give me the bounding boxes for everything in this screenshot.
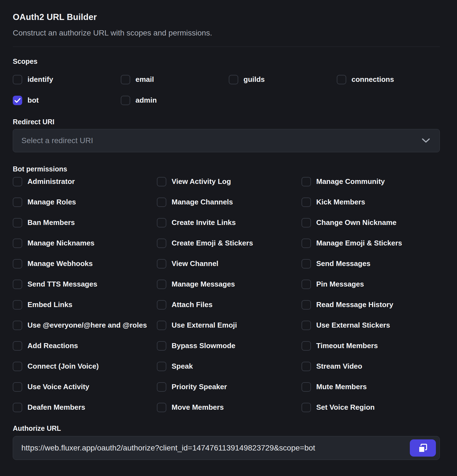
- checkbox[interactable]: [157, 218, 166, 227]
- checkbox-label: Use Voice Activity: [27, 383, 89, 391]
- checkbox-label: Manage Community: [316, 177, 385, 186]
- scope-checkbox-email[interactable]: email: [121, 75, 229, 84]
- redirect-uri-placeholder: Select a redirect URI: [21, 136, 93, 145]
- checkbox[interactable]: [13, 341, 22, 351]
- checkbox[interactable]: [157, 362, 166, 371]
- permission-checkbox-view-activity-log[interactable]: View Activity Log: [157, 177, 302, 186]
- scope-checkbox-bot[interactable]: bot: [13, 95, 121, 105]
- checkbox[interactable]: [13, 280, 22, 289]
- scope-checkbox-admin[interactable]: admin: [121, 95, 229, 105]
- permission-checkbox-bypass-slowmode[interactable]: Bypass Slowmode: [157, 341, 302, 351]
- checkbox[interactable]: [302, 300, 311, 310]
- checkbox[interactable]: [302, 177, 311, 186]
- permission-checkbox-create-emoji-stickers[interactable]: Create Emoji & Stickers: [157, 238, 302, 248]
- permission-checkbox-mute-members[interactable]: Mute Members: [302, 382, 440, 392]
- checkbox[interactable]: [157, 341, 166, 351]
- checkbox[interactable]: [157, 300, 166, 310]
- checkbox-label: Mute Members: [316, 383, 367, 391]
- permission-checkbox-stream-video[interactable]: Stream Video: [302, 361, 440, 371]
- redirect-uri-select[interactable]: Select a redirect URI: [13, 129, 440, 152]
- permission-checkbox-use-everyone-here-and-roles[interactable]: Use @everyone/@here and @roles: [13, 320, 157, 330]
- permission-checkbox-move-members[interactable]: Move Members: [157, 402, 302, 412]
- permission-checkbox-connect-join-voice[interactable]: Connect (Join Voice): [13, 361, 157, 371]
- permission-checkbox-administrator[interactable]: Administrator: [13, 177, 157, 186]
- permission-checkbox-manage-channels[interactable]: Manage Channels: [157, 197, 302, 207]
- checkbox[interactable]: [302, 321, 311, 330]
- permission-checkbox-ban-members[interactable]: Ban Members: [13, 218, 157, 227]
- permission-checkbox-use-external-emoji[interactable]: Use External Emoji: [157, 320, 302, 330]
- checkbox[interactable]: [13, 382, 22, 392]
- permission-checkbox-deafen-members[interactable]: Deafen Members: [13, 402, 157, 412]
- permission-checkbox-send-messages[interactable]: Send Messages: [302, 259, 440, 269]
- permission-checkbox-create-invite-links[interactable]: Create Invite Links: [157, 218, 302, 227]
- checkbox[interactable]: [229, 75, 238, 84]
- permission-checkbox-read-message-history[interactable]: Read Message History: [302, 300, 440, 310]
- checkbox[interactable]: [157, 280, 166, 289]
- checkbox[interactable]: [13, 259, 22, 269]
- permission-checkbox-attach-files[interactable]: Attach Files: [157, 300, 302, 310]
- checkbox[interactable]: [13, 218, 22, 227]
- checkbox[interactable]: [302, 341, 311, 351]
- permission-checkbox-timeout-members[interactable]: Timeout Members: [302, 341, 440, 351]
- checkbox[interactable]: [13, 96, 22, 105]
- authorize-url-field[interactable]: https://web.fluxer.app/oauth2/authorize?…: [13, 436, 440, 460]
- permission-checkbox-manage-messages[interactable]: Manage Messages: [157, 279, 302, 289]
- checkbox[interactable]: [157, 177, 166, 186]
- checkbox[interactable]: [157, 259, 166, 269]
- checkbox[interactable]: [157, 239, 166, 248]
- scope-checkbox-connections[interactable]: connections: [337, 75, 440, 84]
- permission-checkbox-add-reactions[interactable]: Add Reactions: [13, 341, 157, 351]
- checkbox[interactable]: [121, 75, 130, 84]
- checkbox[interactable]: [13, 321, 22, 330]
- checkbox[interactable]: [302, 198, 311, 207]
- checkbox[interactable]: [302, 259, 311, 269]
- permission-checkbox-manage-community[interactable]: Manage Community: [302, 177, 440, 186]
- checkbox[interactable]: [13, 177, 22, 186]
- checkbox-label: Send TTS Messages: [27, 280, 97, 288]
- checkbox-label: Manage Channels: [172, 198, 233, 206]
- permission-checkbox-send-tts-messages[interactable]: Send TTS Messages: [13, 279, 157, 289]
- checkbox[interactable]: [13, 362, 22, 371]
- checkbox[interactable]: [337, 75, 346, 84]
- checkbox[interactable]: [13, 403, 22, 412]
- scope-checkbox-identify[interactable]: identify: [13, 75, 121, 84]
- permission-checkbox-kick-members[interactable]: Kick Members: [302, 197, 440, 207]
- copy-url-button[interactable]: [410, 439, 436, 457]
- checkbox-label: Manage Messages: [172, 280, 235, 288]
- scope-checkbox-guilds[interactable]: guilds: [229, 75, 337, 84]
- checkbox[interactable]: [13, 239, 22, 248]
- checkbox[interactable]: [121, 96, 130, 105]
- checkbox[interactable]: [13, 75, 22, 84]
- permission-checkbox-manage-webhooks[interactable]: Manage Webhooks: [13, 259, 157, 269]
- checkbox[interactable]: [302, 362, 311, 371]
- checkbox-label: identify: [27, 75, 53, 84]
- copy-icon: [417, 442, 428, 454]
- checkbox-label: Manage Nicknames: [27, 239, 94, 247]
- checkbox[interactable]: [302, 280, 311, 289]
- checkbox-label: Read Message History: [316, 300, 393, 309]
- checkbox[interactable]: [302, 239, 311, 248]
- checkbox[interactable]: [13, 300, 22, 310]
- checkbox[interactable]: [157, 403, 166, 412]
- permission-checkbox-use-voice-activity[interactable]: Use Voice Activity: [13, 382, 157, 392]
- checkbox[interactable]: [302, 382, 311, 392]
- checkbox[interactable]: [302, 403, 311, 412]
- checkbox[interactable]: [13, 198, 22, 207]
- permission-checkbox-pin-messages[interactable]: Pin Messages: [302, 279, 440, 289]
- checkbox[interactable]: [157, 382, 166, 392]
- permission-checkbox-priority-speaker[interactable]: Priority Speaker: [157, 382, 302, 392]
- permission-checkbox-manage-roles[interactable]: Manage Roles: [13, 197, 157, 207]
- permission-checkbox-view-channel[interactable]: View Channel: [157, 259, 302, 269]
- checkbox-label: Manage Emoji & Stickers: [316, 239, 402, 247]
- permission-checkbox-embed-links[interactable]: Embed Links: [13, 300, 157, 310]
- permission-checkbox-manage-nicknames[interactable]: Manage Nicknames: [13, 238, 157, 248]
- permission-checkbox-set-voice-region[interactable]: Set Voice Region: [302, 402, 440, 412]
- permission-checkbox-manage-emoji-stickers[interactable]: Manage Emoji & Stickers: [302, 238, 440, 248]
- checkbox[interactable]: [157, 198, 166, 207]
- checkbox-label: guilds: [243, 75, 265, 84]
- permission-checkbox-use-external-stickers[interactable]: Use External Stickers: [302, 320, 440, 330]
- checkbox[interactable]: [157, 321, 166, 330]
- checkbox[interactable]: [302, 218, 311, 227]
- permission-checkbox-speak[interactable]: Speak: [157, 361, 302, 371]
- permission-checkbox-change-own-nickname[interactable]: Change Own Nickname: [302, 218, 440, 227]
